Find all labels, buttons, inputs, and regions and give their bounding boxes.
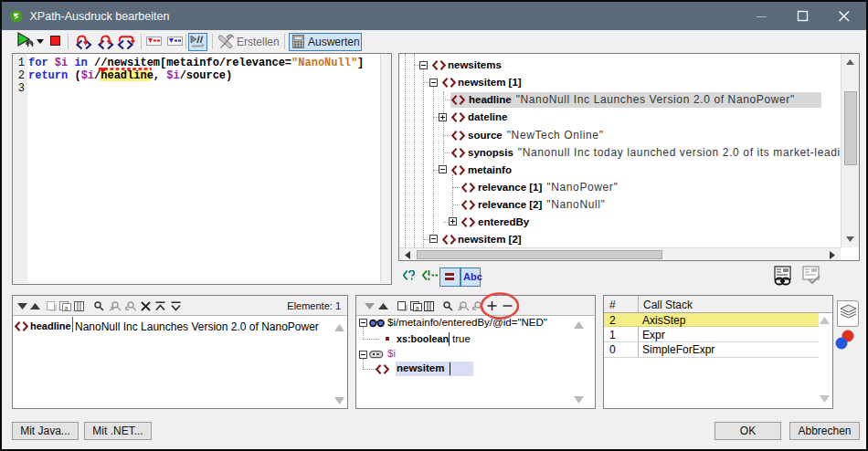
- svg-text:a: a: [416, 305, 419, 311]
- svg-text:a: a: [65, 305, 69, 311]
